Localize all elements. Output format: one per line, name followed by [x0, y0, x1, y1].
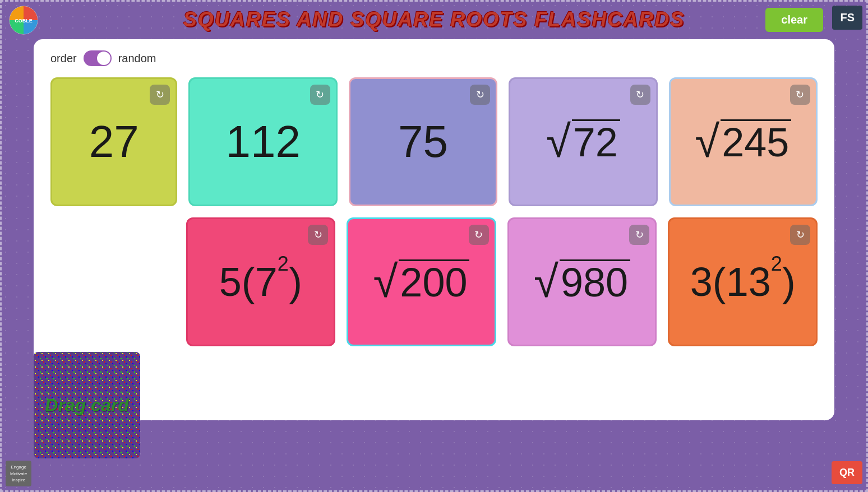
superscript: 2 [278, 252, 289, 275]
emi-line3: Inspire [10, 477, 27, 483]
cards-row-1: ↻ 27 ↻ 112 ↻ 75 ↻ √72 [50, 77, 818, 206]
flashcard-sqrt980[interactable]: ↻ √980 [507, 217, 657, 346]
card-value-sqrt245: √245 [695, 119, 791, 164]
emi-line2: Motivate [10, 471, 27, 477]
card-value-112: 112 [225, 119, 300, 164]
card-spacer [50, 217, 175, 346]
card-value-3-13sq: 3(132) [690, 262, 796, 302]
flip-icon-sqrt72[interactable]: ↻ [630, 85, 650, 105]
drag-card-label: Drag card [45, 395, 128, 416]
sqrt-symbol: √ [695, 119, 719, 164]
sqrt-radicand: 980 [560, 259, 630, 303]
flashcard-5-7sq[interactable]: ↻ 5(72) [186, 217, 336, 346]
sqrt-symbol: √ [373, 259, 398, 304]
app-logo: COBLE [9, 6, 38, 35]
fullscreen-button[interactable]: FS [832, 6, 862, 30]
card-value-5-7sq: 5(72) [219, 262, 302, 302]
clear-button[interactable]: clear [765, 8, 823, 32]
emi-line1: Engage [10, 464, 27, 470]
sqrt-radicand: 200 [399, 259, 469, 303]
flashcard-3-13sq[interactable]: ↻ 3(132) [668, 217, 818, 346]
flip-icon-3-13sq[interactable]: ↻ [790, 225, 810, 245]
flashcard-27[interactable]: ↻ 27 [50, 77, 177, 206]
flashcard-75[interactable]: ↻ 75 [349, 77, 497, 206]
flip-icon-sqrt245[interactable]: ↻ [790, 85, 810, 105]
toggle-knob [97, 52, 110, 65]
random-label: random [118, 52, 156, 65]
flip-icon-sqrt200[interactable]: ↻ [469, 225, 489, 245]
sqrt-symbol: √ [534, 259, 558, 304]
card-value-27: 27 [89, 119, 139, 164]
cards-row-2: ↻ 5(72) ↻ √200 ↻ √980 [50, 217, 818, 346]
page-title: SQUARES AND SQUARE ROOTS FLASHCARDS [183, 8, 685, 31]
drag-card[interactable]: Drag card [34, 352, 140, 458]
sqrt-radicand: 245 [721, 119, 791, 163]
sqrt-radicand: 72 [572, 119, 620, 163]
flashcard-sqrt200[interactable]: ↻ √200 [347, 217, 496, 346]
card-value-75: 75 [398, 119, 448, 164]
flashcard-sqrt72[interactable]: ↻ √72 [509, 77, 657, 206]
flashcard-sqrt245[interactable]: ↻ √245 [669, 77, 818, 206]
superscript: 2 [771, 252, 782, 275]
flip-icon-75[interactable]: ↻ [470, 85, 490, 105]
flip-icon-112[interactable]: ↻ [310, 85, 330, 105]
card-value-sqrt72: √72 [546, 119, 620, 164]
qr-button[interactable]: QR [832, 461, 862, 484]
flashcard-112[interactable]: ↻ 112 [188, 77, 337, 206]
svg-text:COBLE: COBLE [15, 18, 33, 24]
order-label: order [50, 52, 77, 65]
cards-grid: ↻ 27 ↻ 112 ↻ 75 ↻ √72 [50, 77, 818, 346]
flip-icon-5-7sq[interactable]: ↻ [308, 225, 328, 245]
emi-logo: Engage Motivate Inspire [6, 461, 31, 486]
card-value-sqrt200: √200 [373, 259, 469, 304]
main-container: order random ↻ 27 ↻ 112 ↻ 75 [34, 39, 834, 420]
header: COBLE SQUARES AND SQUARE ROOTS FLASHCARD… [0, 0, 868, 39]
controls-bar: order random [50, 50, 818, 66]
card-value-sqrt980: √980 [534, 259, 630, 304]
order-random-toggle[interactable] [84, 50, 112, 66]
sqrt-symbol: √ [546, 119, 571, 164]
flip-icon-sqrt980[interactable]: ↻ [629, 225, 649, 245]
flip-icon-27[interactable]: ↻ [150, 85, 170, 105]
